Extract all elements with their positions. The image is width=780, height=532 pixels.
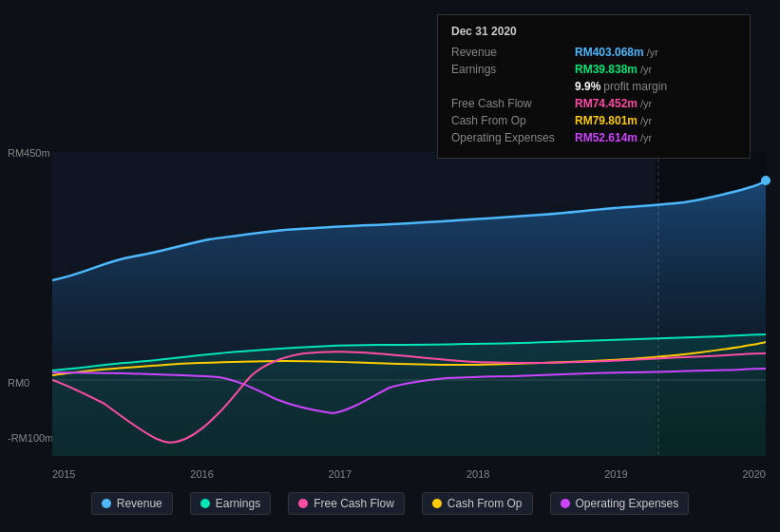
legend-cashfromop[interactable]: Cash From Op bbox=[422, 492, 533, 515]
margin-value: 9.9% bbox=[575, 80, 600, 93]
tooltip-title: Dec 31 2020 bbox=[451, 25, 736, 38]
legend-dot-revenue bbox=[102, 499, 111, 508]
fcf-label: Free Cash Flow bbox=[451, 97, 575, 110]
legend-earnings[interactable]: Earnings bbox=[190, 492, 271, 515]
x-label-2020: 2020 bbox=[742, 468, 765, 480]
chart-legend: Revenue Earnings Free Cash Flow Cash Fro… bbox=[0, 492, 780, 515]
revenue-row: Revenue RM403.068m /yr bbox=[451, 46, 736, 59]
legend-label-revenue: Revenue bbox=[117, 497, 162, 510]
legend-label-cashfromop: Cash From Op bbox=[447, 497, 523, 510]
margin-row: 9.9% profit margin bbox=[451, 80, 736, 93]
legend-label-earnings: Earnings bbox=[216, 497, 260, 510]
opex-label: Operating Expenses bbox=[451, 131, 575, 144]
legend-dot-opex bbox=[561, 499, 570, 508]
legend-dot-fcf bbox=[298, 499, 308, 508]
opex-value: RM52.614m bbox=[575, 131, 637, 144]
margin-text: profit margin bbox=[603, 80, 667, 93]
x-axis-labels: 2015 2016 2017 2018 2019 2020 bbox=[52, 468, 766, 480]
legend-fcf[interactable]: Free Cash Flow bbox=[288, 492, 405, 515]
legend-dot-earnings bbox=[200, 499, 210, 508]
earnings-value: RM39.838m bbox=[575, 63, 637, 76]
x-label-2019: 2019 bbox=[604, 468, 627, 480]
revenue-label: Revenue bbox=[451, 46, 575, 59]
info-tooltip: Dec 31 2020 Revenue RM403.068m /yr Earni… bbox=[437, 14, 751, 159]
earnings-row: Earnings RM39.838m /yr bbox=[451, 63, 736, 76]
x-label-2017: 2017 bbox=[329, 468, 352, 480]
cashfromop-row: Cash From Op RM79.801m /yr bbox=[451, 114, 736, 127]
fcf-value: RM74.452m bbox=[575, 97, 637, 110]
fcf-row: Free Cash Flow RM74.452m /yr bbox=[451, 97, 736, 110]
cashfromop-suffix: /yr bbox=[640, 115, 652, 126]
cashfromop-label: Cash From Op bbox=[451, 114, 575, 127]
opex-suffix: /yr bbox=[640, 132, 652, 143]
revenue-value: RM403.068m bbox=[575, 46, 644, 59]
earnings-label: Earnings bbox=[451, 63, 575, 76]
cashfromop-value: RM79.801m bbox=[575, 114, 637, 127]
earnings-suffix: /yr bbox=[640, 64, 652, 75]
legend-dot-cashfromop bbox=[432, 499, 442, 508]
x-label-2015: 2015 bbox=[52, 468, 75, 480]
x-label-2018: 2018 bbox=[466, 468, 489, 480]
legend-revenue[interactable]: Revenue bbox=[91, 492, 173, 515]
revenue-dot bbox=[761, 176, 770, 185]
fcf-suffix: /yr bbox=[640, 98, 652, 109]
opex-row: Operating Expenses RM52.614m /yr bbox=[451, 131, 736, 144]
legend-opex[interactable]: Operating Expenses bbox=[550, 492, 690, 515]
revenue-suffix: /yr bbox=[647, 47, 658, 58]
x-label-2016: 2016 bbox=[190, 468, 213, 480]
legend-label-opex: Operating Expenses bbox=[576, 497, 679, 510]
legend-label-fcf: Free Cash Flow bbox=[314, 497, 394, 510]
